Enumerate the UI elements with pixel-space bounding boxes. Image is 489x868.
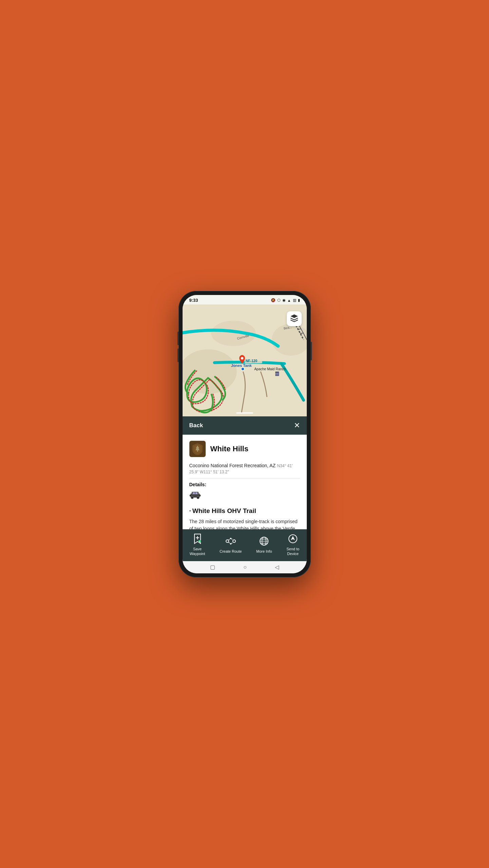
mute-icon: 🔕 (271, 298, 276, 302)
sheet-content: White Hills Coconino National Forest Rec… (183, 435, 307, 529)
trail-description: The 28 miles of motorized single-track i… (189, 518, 300, 529)
place-organization: Coconino National Forest Recreation, AZ (189, 463, 276, 468)
action-bar: + SaveWaypoint Create Route (183, 529, 307, 561)
usfs-badge (189, 441, 206, 457)
close-button[interactable]: ✕ (294, 421, 300, 430)
svg-rect-29 (195, 492, 197, 494)
svg-point-2 (271, 324, 306, 356)
bluetooth-icon: ⬡ (277, 298, 281, 302)
save-waypoint-button[interactable]: + SaveWaypoint (190, 533, 205, 556)
trail-title: White Hills OHV Trail (189, 507, 300, 515)
usfs-shield-icon (192, 443, 203, 455)
svg-point-19 (241, 357, 243, 359)
svg-point-1 (183, 349, 237, 394)
vehicle-icon (189, 490, 201, 502)
status-time: 9:33 (189, 298, 198, 303)
location-icon: ◉ (282, 298, 286, 302)
power-button[interactable] (311, 342, 312, 360)
svg-rect-15 (276, 373, 277, 374)
place-header: White Hills (189, 441, 300, 457)
more-info-button[interactable]: More Info (256, 535, 272, 554)
create-route-label: Create Route (220, 549, 242, 554)
bookmark-plus-icon: + (191, 533, 204, 545)
layers-icon (290, 314, 299, 324)
phone-screen: 9:33 🔕 ⬡ ◉ ▲ ▥ ▮ (183, 295, 307, 573)
layer-toggle-button[interactable] (287, 311, 302, 326)
details-label: Details: (189, 482, 300, 487)
svg-rect-23 (197, 450, 198, 452)
jeep-icon (189, 490, 201, 499)
globe-icon (258, 535, 270, 547)
volume-up-button[interactable] (177, 332, 179, 345)
signal-bars-icon: ▥ (293, 298, 296, 302)
svg-point-27 (197, 496, 199, 499)
phone-frame: 9:33 🔕 ⬡ ◉ ▲ ▥ ▮ (178, 291, 311, 577)
more-info-label: More Info (256, 549, 272, 554)
wifi-icon: ▲ (287, 298, 291, 302)
svg-point-36 (226, 540, 229, 542)
svg-text:+: + (199, 540, 201, 544)
details-icons (189, 490, 300, 502)
save-waypoint-label: SaveWaypoint (190, 547, 205, 556)
svg-rect-16 (277, 373, 278, 374)
svg-point-21 (241, 367, 244, 370)
map-area[interactable]: NF-120 Cornville Bea... Apache Maid Ranc… (183, 304, 307, 416)
svg-rect-17 (276, 372, 278, 373)
svg-point-3 (211, 320, 256, 346)
sheet-header: Back ✕ (183, 416, 307, 435)
svg-rect-25 (191, 492, 198, 495)
send-to-device-label: Send toDevice (286, 547, 299, 556)
back-button[interactable]: Back (189, 422, 203, 429)
status-bar: 9:33 🔕 ⬡ ◉ ▲ ▥ ▮ (183, 295, 307, 304)
svg-point-37 (233, 540, 236, 542)
svg-rect-30 (189, 495, 190, 496)
send-to-device-button[interactable]: Send toDevice (286, 533, 299, 556)
svg-marker-46 (291, 536, 295, 540)
svg-line-7 (298, 329, 301, 329)
svg-text:NF-120: NF-120 (245, 359, 257, 362)
svg-line-8 (300, 333, 303, 333)
svg-point-38 (230, 538, 231, 539)
svg-text:Jones Tank: Jones Tank (231, 363, 252, 367)
svg-point-39 (230, 543, 231, 545)
svg-point-26 (191, 496, 193, 499)
volume-down-button[interactable] (177, 349, 179, 362)
divider-1 (189, 478, 300, 478)
svg-rect-9 (245, 358, 262, 363)
svg-text:Cornville: Cornville (237, 334, 249, 340)
create-route-button[interactable]: Create Route (220, 535, 242, 554)
status-icons: 🔕 ⬡ ◉ ▲ ▥ ▮ (271, 298, 300, 302)
svg-text:Apache Maid Ranch: Apache Maid Ranch (254, 367, 286, 371)
svg-rect-28 (193, 492, 195, 494)
svg-point-20 (241, 367, 244, 370)
drag-handle[interactable] (236, 412, 253, 414)
recents-button[interactable]: ▢ (210, 564, 215, 570)
route-icon (225, 535, 237, 547)
back-nav-button[interactable]: ◁ (275, 564, 279, 570)
svg-rect-14 (275, 371, 279, 376)
android-nav-bar: ▢ ○ ◁ (183, 561, 307, 573)
home-button[interactable]: ○ (243, 564, 247, 570)
battery-icon: ▮ (298, 298, 300, 302)
svg-rect-31 (199, 495, 200, 496)
place-name: White Hills (210, 445, 248, 453)
navigation-icon (287, 533, 299, 545)
